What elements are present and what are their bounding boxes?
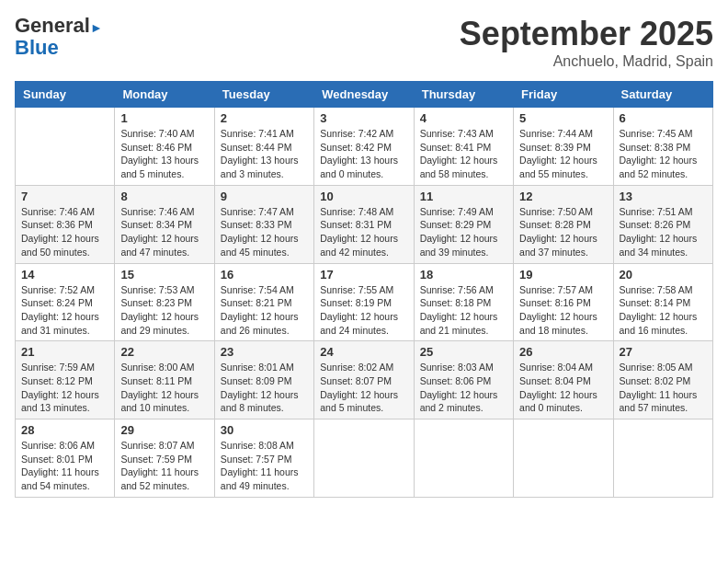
day-number: 10 — [320, 190, 407, 203]
day-info: Sunrise: 7:40 AM Sunset: 8:46 PM Dayligh… — [120, 127, 208, 181]
calendar-cell: 17Sunrise: 7:55 AM Sunset: 8:19 PM Dayli… — [314, 263, 414, 341]
day-number: 18 — [420, 268, 507, 282]
calendar-cell: 14Sunrise: 7:52 AM Sunset: 8:24 PM Dayli… — [16, 263, 115, 341]
day-info: Sunrise: 8:01 AM Sunset: 8:09 PM Dayligh… — [221, 361, 308, 415]
day-number: 5 — [519, 111, 607, 125]
calendar-cell: 26Sunrise: 8:04 AM Sunset: 8:04 PM Dayli… — [514, 341, 613, 419]
logo: General► Blue — [15, 15, 103, 59]
day-info: Sunrise: 7:49 AM Sunset: 8:29 PM Dayligh… — [420, 205, 507, 259]
day-info: Sunrise: 7:58 AM Sunset: 8:14 PM Dayligh… — [620, 283, 707, 338]
calendar-cell — [16, 108, 115, 186]
day-info: Sunrise: 7:47 AM Sunset: 8:33 PM Dayligh… — [221, 205, 308, 259]
day-number: 29 — [120, 423, 208, 437]
day-info: Sunrise: 7:54 AM Sunset: 8:21 PM Dayligh… — [221, 283, 308, 338]
day-number: 3 — [320, 111, 407, 125]
day-number: 23 — [221, 345, 308, 359]
day-number: 21 — [21, 345, 108, 359]
day-number: 25 — [420, 345, 507, 359]
header-day: Saturday — [613, 82, 712, 108]
calendar-cell: 12Sunrise: 7:50 AM Sunset: 8:28 PM Dayli… — [514, 185, 613, 263]
day-number: 15 — [120, 268, 208, 282]
calendar-cell: 22Sunrise: 8:00 AM Sunset: 8:11 PM Dayli… — [115, 341, 214, 419]
header-day: Thursday — [414, 82, 513, 108]
day-number: 12 — [519, 190, 607, 203]
day-info: Sunrise: 7:50 AM Sunset: 8:28 PM Dayligh… — [519, 205, 607, 259]
calendar-cell: 5Sunrise: 7:44 AM Sunset: 8:39 PM Daylig… — [514, 108, 613, 186]
day-info: Sunrise: 7:45 AM Sunset: 8:38 PM Dayligh… — [620, 127, 707, 181]
day-info: Sunrise: 8:00 AM Sunset: 8:11 PM Dayligh… — [120, 361, 208, 415]
day-number: 4 — [420, 111, 507, 125]
calendar-cell: 19Sunrise: 7:57 AM Sunset: 8:16 PM Dayli… — [514, 263, 613, 341]
calendar-table: SundayMondayTuesdayWednesdayThursdayFrid… — [15, 81, 713, 498]
day-number: 24 — [320, 345, 407, 359]
calendar-cell — [613, 419, 712, 498]
calendar-cell: 13Sunrise: 7:51 AM Sunset: 8:26 PM Dayli… — [613, 185, 712, 263]
day-info: Sunrise: 8:07 AM Sunset: 7:59 PM Dayligh… — [120, 439, 208, 493]
day-number: 7 — [21, 190, 108, 203]
month-title: September 2025 — [460, 15, 713, 53]
calendar-cell — [514, 419, 613, 498]
calendar-cell: 1Sunrise: 7:40 AM Sunset: 8:46 PM Daylig… — [115, 108, 214, 186]
location: Anchuelo, Madrid, Spain — [460, 53, 713, 70]
day-info: Sunrise: 7:48 AM Sunset: 8:31 PM Dayligh… — [320, 205, 407, 259]
calendar-week-row: 1Sunrise: 7:40 AM Sunset: 8:46 PM Daylig… — [16, 108, 713, 186]
day-number: 2 — [221, 111, 308, 125]
calendar-cell: 24Sunrise: 8:02 AM Sunset: 8:07 PM Dayli… — [314, 341, 414, 419]
day-info: Sunrise: 7:42 AM Sunset: 8:42 PM Dayligh… — [320, 127, 407, 181]
calendar-cell: 23Sunrise: 8:01 AM Sunset: 8:09 PM Dayli… — [214, 341, 313, 419]
day-number: 22 — [120, 345, 208, 359]
title-block: September 2025 Anchuelo, Madrid, Spain — [460, 15, 713, 70]
calendar-week-row: 7Sunrise: 7:46 AM Sunset: 8:36 PM Daylig… — [16, 185, 713, 263]
calendar-cell: 7Sunrise: 7:46 AM Sunset: 8:36 PM Daylig… — [16, 185, 115, 263]
day-number: 19 — [519, 268, 607, 282]
day-number: 6 — [620, 111, 707, 125]
day-number: 9 — [221, 190, 308, 203]
calendar-week-row: 28Sunrise: 8:06 AM Sunset: 8:01 PM Dayli… — [16, 419, 713, 498]
calendar-cell: 18Sunrise: 7:56 AM Sunset: 8:18 PM Dayli… — [414, 263, 513, 341]
day-number: 16 — [221, 268, 308, 282]
calendar-cell: 6Sunrise: 7:45 AM Sunset: 8:38 PM Daylig… — [613, 108, 712, 186]
day-number: 8 — [120, 190, 208, 203]
header-day: Wednesday — [314, 82, 414, 108]
calendar-cell: 16Sunrise: 7:54 AM Sunset: 8:21 PM Dayli… — [214, 263, 313, 341]
day-number: 20 — [620, 268, 707, 282]
day-number: 1 — [120, 111, 208, 125]
day-info: Sunrise: 7:55 AM Sunset: 8:19 PM Dayligh… — [320, 283, 407, 338]
day-info: Sunrise: 7:43 AM Sunset: 8:41 PM Dayligh… — [420, 127, 507, 181]
day-info: Sunrise: 7:46 AM Sunset: 8:36 PM Dayligh… — [21, 205, 108, 259]
calendar-cell: 28Sunrise: 8:06 AM Sunset: 8:01 PM Dayli… — [16, 419, 115, 498]
calendar-cell — [414, 419, 513, 498]
calendar-cell: 15Sunrise: 7:53 AM Sunset: 8:23 PM Dayli… — [115, 263, 214, 341]
calendar-cell: 11Sunrise: 7:49 AM Sunset: 8:29 PM Dayli… — [414, 185, 513, 263]
day-info: Sunrise: 7:46 AM Sunset: 8:34 PM Dayligh… — [120, 205, 208, 259]
calendar-cell: 3Sunrise: 7:42 AM Sunset: 8:42 PM Daylig… — [314, 108, 414, 186]
day-info: Sunrise: 7:44 AM Sunset: 8:39 PM Dayligh… — [519, 127, 607, 181]
calendar-cell: 2Sunrise: 7:41 AM Sunset: 8:44 PM Daylig… — [214, 108, 313, 186]
calendar-week-row: 21Sunrise: 7:59 AM Sunset: 8:12 PM Dayli… — [16, 341, 713, 419]
calendar-cell: 25Sunrise: 8:03 AM Sunset: 8:06 PM Dayli… — [414, 341, 513, 419]
day-number: 11 — [420, 190, 507, 203]
calendar-cell — [314, 419, 414, 498]
day-info: Sunrise: 8:04 AM Sunset: 8:04 PM Dayligh… — [519, 361, 607, 415]
day-info: Sunrise: 7:56 AM Sunset: 8:18 PM Dayligh… — [420, 283, 507, 338]
header-day: Tuesday — [214, 82, 313, 108]
day-number: 28 — [21, 423, 108, 437]
calendar-cell: 27Sunrise: 8:05 AM Sunset: 8:02 PM Dayli… — [613, 341, 712, 419]
day-info: Sunrise: 8:08 AM Sunset: 7:57 PM Dayligh… — [221, 439, 308, 493]
calendar-cell: 30Sunrise: 8:08 AM Sunset: 7:57 PM Dayli… — [214, 419, 313, 498]
header-day: Friday — [514, 82, 613, 108]
header-day: Sunday — [16, 82, 115, 108]
calendar-cell: 21Sunrise: 7:59 AM Sunset: 8:12 PM Dayli… — [16, 341, 115, 419]
header-row: SundayMondayTuesdayWednesdayThursdayFrid… — [16, 82, 713, 108]
calendar-cell: 8Sunrise: 7:46 AM Sunset: 8:34 PM Daylig… — [115, 185, 214, 263]
header-day: Monday — [115, 82, 214, 108]
day-info: Sunrise: 8:06 AM Sunset: 8:01 PM Dayligh… — [21, 439, 108, 493]
day-number: 13 — [620, 190, 707, 203]
calendar-cell: 4Sunrise: 7:43 AM Sunset: 8:41 PM Daylig… — [414, 108, 513, 186]
calendar-cell: 29Sunrise: 8:07 AM Sunset: 7:59 PM Dayli… — [115, 419, 214, 498]
day-number: 26 — [519, 345, 607, 359]
day-info: Sunrise: 8:02 AM Sunset: 8:07 PM Dayligh… — [320, 361, 407, 415]
day-number: 17 — [320, 268, 407, 282]
calendar-week-row: 14Sunrise: 7:52 AM Sunset: 8:24 PM Dayli… — [16, 263, 713, 341]
day-info: Sunrise: 7:41 AM Sunset: 8:44 PM Dayligh… — [221, 127, 308, 181]
